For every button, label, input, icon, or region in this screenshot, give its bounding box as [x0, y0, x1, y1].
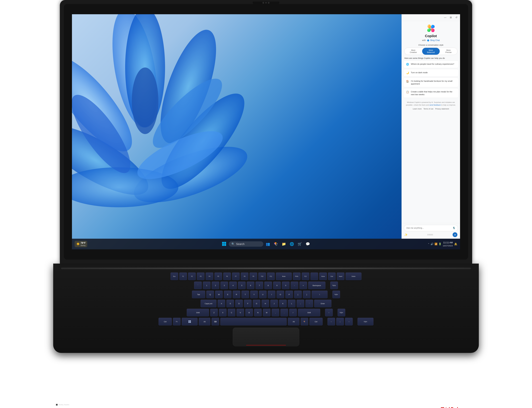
key-p[interactable]: P	[285, 291, 293, 298]
key-mode[interactable]: Mode	[276, 272, 292, 280]
key-comma[interactable]: ,	[272, 309, 279, 316]
key-f12[interactable]: F12	[302, 272, 309, 280]
suggestion-meals[interactable]: 📋 Create a table that helps me plan meal…	[403, 88, 458, 98]
key-8[interactable]: 8	[264, 281, 272, 289]
key-r[interactable]: R	[233, 291, 240, 298]
notifications-icon[interactable]: 🔔	[454, 242, 457, 246]
learn-more-link[interactable]: Learn more	[413, 108, 422, 110]
key-j[interactable]: J	[270, 300, 278, 307]
key-f[interactable]: F	[244, 300, 252, 307]
key-9[interactable]: 9	[273, 281, 281, 289]
key-backspace[interactable]: Backspace	[308, 281, 326, 289]
chevron-up-icon[interactable]: ⌃	[428, 243, 429, 245]
key-slash[interactable]: /	[289, 309, 297, 316]
key-m[interactable]: M	[263, 309, 270, 316]
taskbar-copilot-icon[interactable]: 🪁	[272, 240, 279, 247]
search-bar[interactable]: 🔍 Search	[229, 241, 263, 247]
key-f3[interactable]: F3	[197, 272, 205, 280]
key-lalt[interactable]: Alt	[199, 318, 210, 325]
key-tab[interactable]: Tab	[192, 291, 205, 298]
key-equals[interactable]: =	[299, 281, 307, 289]
key-i[interactable]: I	[268, 291, 275, 298]
windows-start-button[interactable]	[221, 240, 228, 247]
key-0[interactable]: 0	[282, 281, 290, 289]
key-4[interactable]: 4	[229, 281, 237, 289]
key-left[interactable]: ←	[327, 318, 335, 325]
key-f11[interactable]: F11	[267, 272, 275, 280]
key-home[interactable]: Home	[319, 272, 327, 280]
key-minus[interactable]: -	[291, 281, 298, 289]
trackpad[interactable]	[233, 328, 299, 346]
grid-button[interactable]: ⊞	[449, 16, 453, 19]
send-button[interactable]: ➤	[453, 232, 457, 237]
key-f9[interactable]: F9	[250, 272, 257, 280]
suggestion-furniture[interactable]: 🏠 I'm looking for handmade furniture for…	[403, 78, 458, 87]
key-backtick[interactable]: `	[194, 281, 202, 289]
key-c[interactable]: C	[228, 309, 235, 316]
key-semicolon[interactable]: ;	[297, 300, 304, 307]
balanced-style-button[interactable]: More Balanced	[422, 48, 440, 55]
key-a[interactable]: A	[218, 300, 225, 307]
key-lwin[interactable]	[182, 318, 198, 325]
key-ralt[interactable]: Alt	[288, 318, 300, 325]
key-rbracket[interactable]: ]	[303, 291, 311, 298]
chat-input[interactable]	[406, 227, 451, 229]
key-capslock[interactable]: CapsLock	[201, 300, 217, 307]
key-f5[interactable]: F5	[214, 272, 222, 280]
key-f6[interactable]: F6	[223, 272, 231, 280]
key-q[interactable]: Q	[206, 291, 214, 298]
key-x[interactable]: X	[219, 309, 227, 316]
key-compose[interactable]: ⌨	[212, 318, 219, 325]
creative-style-button[interactable]: More Creative	[404, 48, 422, 55]
key-s[interactable]: S	[226, 300, 234, 307]
key-pgdn[interactable]: PgDn	[332, 291, 340, 298]
taskbar-files-icon[interactable]: 📁	[280, 240, 287, 247]
key-copilot[interactable]: 🪁	[301, 318, 308, 325]
key-n[interactable]: N	[254, 309, 262, 316]
key-up[interactable]: ↑	[325, 309, 333, 316]
key-g[interactable]: G	[253, 300, 260, 307]
suggestion-darkmode[interactable]: 🌙 Turn on dark mode	[403, 69, 458, 76]
key-y[interactable]: Y	[250, 291, 258, 298]
key-t[interactable]: T	[241, 291, 249, 298]
key-prtsc[interactable]: PrtSc	[293, 272, 301, 280]
key-f7[interactable]: F7	[232, 272, 240, 280]
taskbar-edge-icon[interactable]: 🌐	[288, 240, 295, 247]
key-d[interactable]: D	[235, 300, 243, 307]
key-o[interactable]: O	[277, 291, 284, 298]
taskbar-store-icon[interactable]: 🛒	[296, 240, 303, 247]
key-e[interactable]: E	[224, 291, 232, 298]
key-insert[interactable]: Insert	[337, 272, 344, 280]
key-backslash[interactable]: \	[312, 291, 327, 298]
key-f4[interactable]: F4	[206, 272, 213, 280]
suggestion-culinary[interactable]: 🌐 Where do people travel for culinary ex…	[403, 60, 458, 68]
key-f2[interactable]: F2	[188, 272, 196, 280]
key-1[interactable]: 1	[203, 281, 211, 289]
key-esc[interactable]: Esc	[171, 272, 178, 280]
key-f8[interactable]: F8	[241, 272, 248, 280]
key-z[interactable]: Z	[210, 309, 218, 316]
key-5[interactable]: 5	[238, 281, 246, 289]
history-button[interactable]: ↺	[454, 16, 458, 19]
key-rshift[interactable]: Shift	[298, 309, 320, 316]
key-right[interactable]: →	[345, 318, 353, 325]
clock-area[interactable]: 11:11 AM 10/27/2023	[443, 241, 453, 247]
privacy-link[interactable]: Privacy statement	[435, 108, 449, 110]
key-period[interactable]: .	[280, 309, 288, 316]
key-h[interactable]: H	[262, 300, 269, 307]
precise-style-button[interactable]: More Precise	[440, 48, 457, 55]
key-space[interactable]	[220, 318, 287, 325]
key-l[interactable]: L	[288, 300, 295, 307]
key-7[interactable]: 7	[255, 281, 263, 289]
key-lshift[interactable]: Shift	[187, 309, 209, 316]
key-f13[interactable]	[311, 272, 318, 280]
key-v[interactable]: V	[237, 309, 244, 316]
key-quote[interactable]: '	[305, 300, 313, 307]
key-pgup[interactable]: PgUp	[330, 281, 338, 289]
key-end[interactable]: End	[328, 272, 336, 280]
key-pgdn3[interactable]: PgDn	[358, 318, 373, 325]
mic-button[interactable]: 🎙️	[452, 227, 455, 230]
minimize-button[interactable]: —	[443, 16, 447, 19]
battery-icon[interactable]: 🔋	[439, 243, 442, 246]
key-f1[interactable]: F1	[179, 272, 187, 280]
